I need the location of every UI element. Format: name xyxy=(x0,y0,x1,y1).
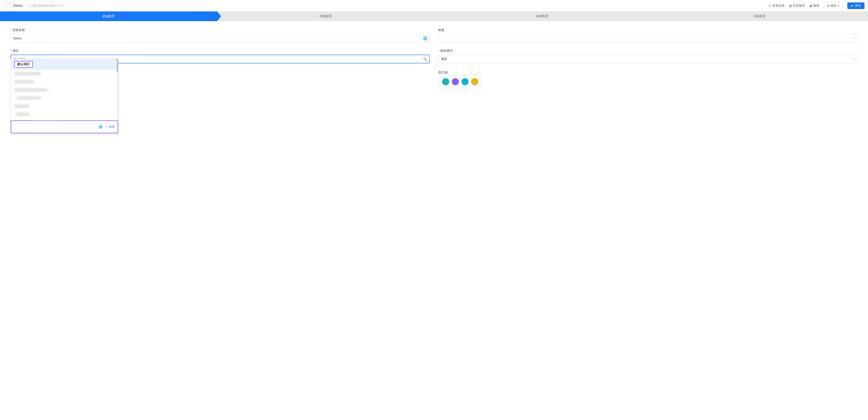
selected-item-label: 默认项目 xyxy=(14,61,33,67)
search-icon: 🔍 xyxy=(423,57,427,61)
response-mode-select[interactable]: 网页 xyxy=(438,55,858,63)
step-relation-config[interactable]: 关联配置 xyxy=(651,11,868,21)
project-label: * 项目 xyxy=(10,49,430,53)
tag-select-wrapper: ∨ xyxy=(438,34,858,43)
step-canvas-config[interactable]: 画布配置 xyxy=(434,11,651,21)
scroll-thumb xyxy=(117,59,118,72)
blurred-item-6 xyxy=(17,113,30,116)
response-mode-group: * 响应模式 网页 ∨ 色主题 xyxy=(438,49,858,89)
step-relation-label: 关联配置 xyxy=(753,14,766,18)
publish-info-label: 发布信息 xyxy=(772,4,785,8)
dropdown-list: 默认项目 j : xyxy=(11,59,118,120)
footer-project-input[interactable] xyxy=(14,123,63,131)
page-title: Demo xyxy=(13,4,23,8)
publish-info-action[interactable]: ⓘ 发布信息 xyxy=(768,4,785,8)
blurred-item-4 xyxy=(17,96,41,100)
dropdown-item-selected[interactable]: 默认项目 xyxy=(11,59,118,70)
list-item[interactable]: ! xyxy=(11,111,118,119)
publish-label: 发布 xyxy=(855,4,861,8)
list-item[interactable]: : xyxy=(11,94,118,103)
save-icon: ⊟ xyxy=(827,4,830,7)
step-nav-config[interactable]: 导航配置 xyxy=(217,11,434,21)
footer-input-wrapper: 🌐 xyxy=(14,123,104,131)
autosave-info: ⓘ 最近自动保存草稿 17:24 xyxy=(29,4,63,8)
color-theme-box xyxy=(438,75,482,89)
step-basic-label: 基础配置 xyxy=(102,14,115,18)
step-nav-label: 导航配置 xyxy=(319,14,332,18)
form-row-1: * 页面名称 🌐 标签 ∨ xyxy=(10,28,858,43)
color-option-yellow[interactable] xyxy=(471,78,478,85)
footer-globe-icon: 🌐 xyxy=(98,125,103,129)
add-project-button[interactable]: + 添加 xyxy=(106,125,115,129)
step-nav: 基础配置 导航配置 画布配置 关联配置 xyxy=(0,11,868,21)
back-arrow-icon: ← xyxy=(5,4,8,7)
blurred-item-1 xyxy=(14,72,41,75)
dropdown-footer: 🌐 + 添加 xyxy=(11,120,118,133)
color-option-cyan[interactable] xyxy=(462,78,468,85)
preview-label: 预览 xyxy=(813,4,819,8)
page-name-input[interactable] xyxy=(10,34,430,43)
save-dropdown-icon: ▼ xyxy=(837,4,840,7)
page-name-label: * 页面名称 xyxy=(10,28,430,32)
tag-select[interactable] xyxy=(438,34,858,43)
step-canvas-label: 画布配置 xyxy=(536,14,549,18)
header-actions: ⓘ 发布信息 ▤ 历史版本 ◉ 预览 ⊟ 保存 ▼ ➤ 发布 xyxy=(768,2,865,9)
save-button[interactable]: ⊟ 保存 ▼ xyxy=(824,2,843,9)
save-label: 保存 xyxy=(830,4,837,8)
required-star: * xyxy=(10,28,12,32)
history-icon: ▤ xyxy=(789,4,792,7)
list-item[interactable] xyxy=(11,78,118,86)
info-icon: ⓘ xyxy=(768,4,771,8)
back-button[interactable]: ← xyxy=(3,2,10,9)
publish-button[interactable]: ➤ 发布 xyxy=(847,2,865,9)
autosave-text: 最近自动保存草稿 17:24 xyxy=(33,4,63,8)
color-theme-label: 色主题 xyxy=(438,71,858,75)
response-mode-select-wrapper: 网页 ∨ xyxy=(438,55,858,63)
header: ← Demo | ⓘ 最近自动保存草稿 17:24 ⓘ 发布信息 ▤ 历史版本 … xyxy=(0,0,868,11)
blurred-item-2 xyxy=(14,80,34,83)
color-theme-section: 色主题 xyxy=(438,71,858,89)
required-star-2: * xyxy=(10,49,12,53)
dropdown-scrollbar[interactable] xyxy=(117,59,118,120)
list-item[interactable] xyxy=(11,103,118,111)
main-content: * 页面名称 🌐 标签 ∨ * 项目 xyxy=(0,21,868,420)
list-item[interactable] xyxy=(11,119,118,120)
tag-group: 标签 ∨ xyxy=(438,28,858,43)
page-name-group: * 页面名称 🌐 xyxy=(10,28,430,43)
history-label: 历史版本 xyxy=(793,4,805,8)
tag-label: 标签 xyxy=(438,28,858,32)
list-item[interactable] xyxy=(11,70,118,78)
project-group: * 项目 🔍 默认项目 xyxy=(10,49,430,89)
color-option-teal[interactable] xyxy=(442,78,449,85)
page-name-input-wrapper: 🌐 xyxy=(10,34,430,43)
history-action[interactable]: ▤ 历史版本 xyxy=(789,4,805,8)
blurred-item-5 xyxy=(14,105,30,108)
eye-icon: ◉ xyxy=(809,4,812,7)
step-basic-config[interactable]: 基础配置 xyxy=(0,11,217,21)
preview-action[interactable]: ◉ 预览 xyxy=(809,4,819,8)
autosave-icon: ⓘ xyxy=(29,4,32,8)
list-item[interactable]: j xyxy=(11,86,118,94)
form-row-2: * 项目 🔍 默认项目 xyxy=(10,49,858,89)
project-dropdown: 默认项目 j : xyxy=(10,59,118,134)
send-icon: ➤ xyxy=(851,4,854,7)
color-option-purple[interactable] xyxy=(452,78,459,85)
response-mode-label: * 响应模式 xyxy=(438,49,858,53)
blurred-item-3 xyxy=(14,88,47,91)
header-divider: | xyxy=(25,4,26,7)
required-star-3: * xyxy=(438,49,439,53)
